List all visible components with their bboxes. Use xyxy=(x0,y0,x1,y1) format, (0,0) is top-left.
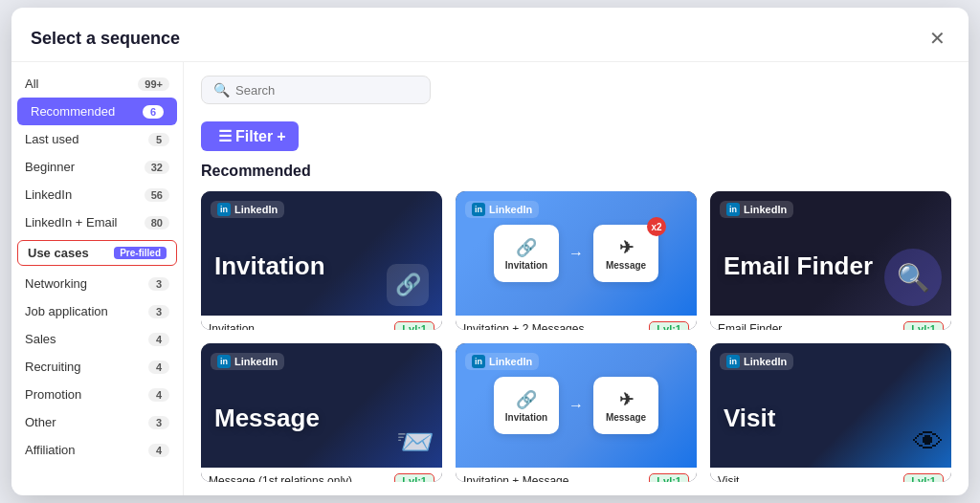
card-invitation[interactable]: inLinkedIn Invitation 🔗 Invitation Lvl:1 xyxy=(201,191,442,330)
sidebar-badge: 99+ xyxy=(138,77,169,91)
invitation-icon: 🔗 xyxy=(516,389,537,410)
node-label: Message xyxy=(606,412,646,423)
card-image: inLinkedIn 🔗 Invitation → ✈ Message x2 xyxy=(456,191,697,316)
card-image: inLinkedIn Message 📨 xyxy=(201,343,442,468)
sidebar-item-label: All xyxy=(25,77,38,91)
sidebar-item-networking[interactable]: Networking3 xyxy=(11,270,183,297)
li-icon: in xyxy=(472,355,485,368)
card-label-area: Invitation + Message Lvl:1 xyxy=(456,468,697,482)
card-label-area: Invitation Lvl:1 xyxy=(201,316,442,330)
li-icon: in xyxy=(726,355,740,368)
sidebar-item-last-used[interactable]: Last used5 xyxy=(11,125,183,153)
sidebar-badge: 4 xyxy=(148,388,169,402)
modal: Select a sequence ✕ All99+Recommended6La… xyxy=(11,8,969,495)
sidebar-item-recruiting[interactable]: Recruiting4 xyxy=(11,353,183,381)
sidebar-item-recommended[interactable]: Recommended6 xyxy=(17,98,177,125)
filter-label: Filter xyxy=(235,128,273,145)
linkedin-tag: inLinkedIn xyxy=(465,353,539,370)
linkedin-tag: inLinkedIn xyxy=(720,353,793,370)
linkedin-tag: inLinkedIn xyxy=(465,201,539,218)
sidebar-badge: 3 xyxy=(148,416,169,429)
card-emailfinder[interactable]: inLinkedIn Email Finder 🔍 Email Finder L… xyxy=(710,191,951,330)
lvl-badge: Lvl:1 xyxy=(903,321,944,330)
message-icon: ✈ xyxy=(619,389,634,410)
lvl-badge: Lvl:1 xyxy=(394,321,434,330)
linkedin-tag: inLinkedIn xyxy=(720,201,793,218)
message-icon: ✈ xyxy=(619,237,634,258)
sidebar-badge: 80 xyxy=(145,216,169,230)
x2-badge: x2 xyxy=(647,217,666,236)
lvl-badge: Lvl:1 xyxy=(903,473,944,482)
card-label: Visit xyxy=(718,474,739,482)
search-icon: 🔍 xyxy=(213,82,230,98)
node-label: Message xyxy=(606,260,646,271)
card-invmsg[interactable]: inLinkedIn 🔗 Invitation → ✈ Message Invi… xyxy=(456,343,697,482)
sidebar-item-beginner[interactable]: Beginner32 xyxy=(11,153,183,181)
sidebar-item-label: Use cases xyxy=(28,246,89,260)
sidebar-item-label: Recruiting xyxy=(25,360,81,374)
card-big-text: Visit xyxy=(724,404,775,433)
eye-icon: 👁 xyxy=(913,425,944,460)
modal-header: Select a sequence ✕ xyxy=(11,8,969,62)
li-icon: in xyxy=(472,203,485,216)
chain-icon: 🔗 xyxy=(387,264,429,306)
sidebar-item-linkedin[interactable]: LinkedIn56 xyxy=(11,181,183,208)
sidebar-item-linkedin-email[interactable]: LinkedIn + Email80 xyxy=(11,208,183,236)
search-bar[interactable]: 🔍 xyxy=(201,76,431,104)
node-label: Invitation xyxy=(505,412,547,423)
flow-node-message: ✈ Message x2 xyxy=(593,225,658,282)
sidebar-item-label: Sales xyxy=(25,332,56,346)
card-image: inLinkedIn Visit 👁 xyxy=(710,343,951,468)
sidebar-item-use-cases[interactable]: Use casesPre-filled xyxy=(17,240,177,266)
filter-icon: ☰ xyxy=(218,127,232,145)
card-label-area: Invitation + 2 Messages Lvl:1 xyxy=(456,316,697,330)
sidebar-item-label: LinkedIn xyxy=(25,187,72,202)
card-label: Message (1st relations only) xyxy=(209,474,352,482)
sidebar-item-affiliation[interactable]: Affiliation4 xyxy=(11,436,183,464)
sidebar-item-label: Job application xyxy=(25,304,108,318)
sidebar-item-label: LinkedIn + Email xyxy=(25,215,117,230)
sidebar: All99+Recommended6Last used5Beginner32Li… xyxy=(11,62,184,495)
sidebar-item-label: Recommended xyxy=(31,104,115,119)
card-inv2msg[interactable]: inLinkedIn 🔗 Invitation → ✈ Message x2 I… xyxy=(456,191,697,330)
card-big-text: Email Finder xyxy=(724,252,873,281)
close-button[interactable]: ✕ xyxy=(925,23,949,54)
card-image: inLinkedIn Email Finder 🔍 xyxy=(710,191,951,316)
section-title: Recommended xyxy=(201,163,951,180)
sidebar-badge: 4 xyxy=(148,361,169,374)
sidebar-badge: 4 xyxy=(148,444,169,457)
flow-node-message: ✈ Message xyxy=(593,377,658,434)
card-label-area: Email Finder Lvl:1 xyxy=(710,316,951,330)
sidebar-item-label: Affiliation xyxy=(25,443,76,457)
sidebar-item-other[interactable]: Other3 xyxy=(11,408,183,436)
cards-grid: inLinkedIn Invitation 🔗 Invitation Lvl:1… xyxy=(201,191,951,482)
card-label: Invitation + Message xyxy=(463,474,568,482)
card-message[interactable]: inLinkedIn Message 📨 Message (1st relati… xyxy=(201,343,442,482)
sidebar-item-label: Other xyxy=(25,415,56,429)
card-label: Invitation + 2 Messages xyxy=(463,322,584,330)
sidebar-item-sales[interactable]: Sales4 xyxy=(11,325,183,353)
sidebar-item-job-application[interactable]: Job application3 xyxy=(11,297,183,325)
sidebar-badge: 6 xyxy=(143,105,164,119)
node-label: Invitation xyxy=(505,260,547,271)
card-visit[interactable]: inLinkedIn Visit 👁 Visit Lvl:1 xyxy=(710,343,951,482)
sidebar-item-label: Promotion xyxy=(25,387,81,402)
card-label-area: Message (1st relations only) Lvl:1 xyxy=(201,468,442,482)
prefilled-badge: Pre-filled xyxy=(114,247,167,259)
card-label: Invitation xyxy=(209,322,255,330)
sidebar-badge: 3 xyxy=(148,305,169,318)
card-image: inLinkedIn Invitation 🔗 xyxy=(201,191,442,316)
search-input[interactable] xyxy=(235,83,418,98)
linkedin-tag: inLinkedIn xyxy=(211,201,284,218)
sidebar-badge: 5 xyxy=(148,133,169,146)
sidebar-item-all[interactable]: All99+ xyxy=(11,70,183,98)
email-finder-icon: 🔍 xyxy=(884,249,942,306)
sidebar-item-promotion[interactable]: Promotion4 xyxy=(11,381,183,408)
lvl-badge: Lvl:1 xyxy=(649,473,689,482)
sidebar-item-label: Last used xyxy=(25,132,78,146)
filter-plus-icon: + xyxy=(277,128,285,145)
filter-button[interactable]: ☰ Filter + xyxy=(201,121,299,151)
li-icon: in xyxy=(726,203,740,216)
sidebar-badge: 56 xyxy=(145,188,169,202)
card-image: inLinkedIn 🔗 Invitation → ✈ Message xyxy=(456,343,697,468)
